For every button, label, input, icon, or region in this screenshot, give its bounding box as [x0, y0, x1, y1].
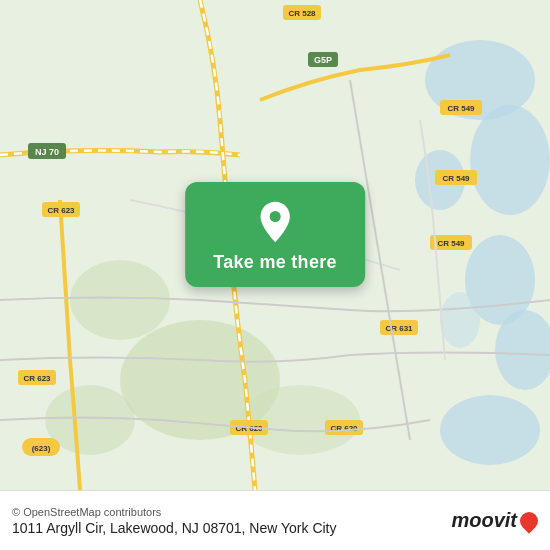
moovit-logo-dot [516, 508, 541, 533]
svg-point-7 [440, 292, 480, 348]
moovit-brand-name: moovit [451, 509, 517, 532]
cta-box: Take me there [185, 182, 365, 287]
svg-text:NJ 70: NJ 70 [35, 147, 59, 157]
cta-overlay: Take me there [185, 182, 365, 287]
svg-text:G5P: G5P [314, 55, 332, 65]
svg-point-2 [470, 105, 550, 215]
take-me-there-button[interactable]: Take me there [213, 252, 337, 273]
svg-text:CR 549: CR 549 [442, 174, 470, 183]
svg-text:CR 549: CR 549 [437, 239, 465, 248]
svg-text:CR 623: CR 623 [47, 206, 75, 215]
footer-bar: © OpenStreetMap contributors 1011 Argyll… [0, 490, 550, 550]
map-view: NJ 70 CR 623 CR 623 (623) CR 528 G5P CR … [0, 0, 550, 490]
svg-text:CR 549: CR 549 [447, 104, 475, 113]
svg-point-9 [70, 260, 170, 340]
moovit-logo: moovit [451, 509, 538, 532]
svg-text:CR 623: CR 623 [23, 374, 51, 383]
svg-point-5 [440, 395, 540, 465]
address-text: 1011 Argyll Cir, Lakewood, NJ 08701, New… [12, 520, 337, 536]
svg-point-36 [270, 211, 281, 222]
osm-credit: © OpenStreetMap contributors [12, 506, 337, 518]
svg-text:CR 631: CR 631 [385, 324, 413, 333]
svg-text:(623): (623) [32, 444, 51, 453]
svg-text:CR 528: CR 528 [288, 9, 316, 18]
location-pin-icon [253, 200, 297, 244]
footer-left: © OpenStreetMap contributors 1011 Argyll… [12, 506, 337, 536]
